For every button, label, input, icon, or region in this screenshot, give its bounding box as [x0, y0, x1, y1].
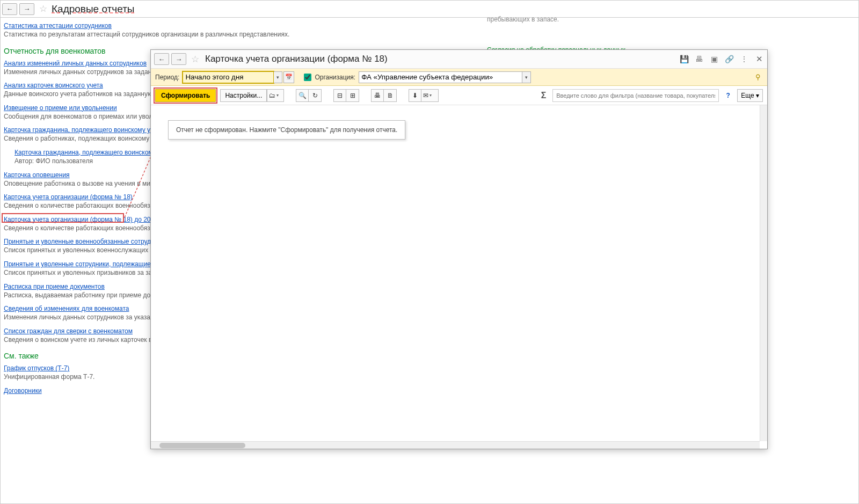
help-icon[interactable]: ?	[723, 89, 733, 102]
print-preview-icon[interactable]: 🗎	[384, 89, 397, 102]
dropdown-icon[interactable]: ▾	[274, 71, 282, 83]
report-desc: Статистика по результатам аттестаций сот…	[4, 31, 855, 39]
period-label: Период:	[155, 74, 179, 81]
toolbar: Сформировать Настройки... 🗂 🔍 ↻ ⊟ ⊞ 🖶 🗎 …	[151, 86, 767, 105]
filter-row: Период: ▾ 📅 Организация: ▾ ⚲	[151, 69, 767, 86]
more-button[interactable]: Еще ▾	[737, 89, 763, 102]
org-input[interactable]	[359, 71, 522, 83]
page-title: Кадровые отчеты	[52, 3, 135, 15]
report-link[interactable]: Карточка учета организации (форма № 18) …	[4, 216, 172, 223]
report-link[interactable]: Договорники	[4, 387, 42, 395]
kebab-icon[interactable]: ⋮	[739, 54, 749, 64]
period-input[interactable]	[183, 71, 274, 83]
refresh-icon[interactable]: ↻	[309, 89, 322, 102]
filter-icon[interactable]: ⚲	[753, 72, 763, 82]
print-icon[interactable]: 🖶	[371, 89, 384, 102]
info-message: Отчет не сформирован. Нажмите "Сформиров…	[168, 120, 405, 140]
link-icon[interactable]: 🔗	[724, 54, 734, 64]
report-link-highlighted[interactable]: Карточка учета организации (форма № 18)	[4, 193, 133, 201]
generate-button[interactable]: Сформировать	[155, 89, 216, 102]
print-icon[interactable]: 🖶	[694, 54, 704, 64]
report-window: ← → ☆ Карточка учета организации (форма …	[150, 49, 768, 449]
dropdown-icon[interactable]: ▾	[522, 71, 531, 83]
forward-button[interactable]: →	[171, 53, 186, 65]
sigma-icon[interactable]: Σ	[539, 91, 549, 100]
report-area: Отчет не сформирован. Нажмите "Сформиров…	[151, 105, 767, 449]
org-checkbox[interactable]	[304, 74, 311, 81]
save-icon[interactable]: ⬇	[409, 89, 421, 102]
report-link[interactable]: График отпусков (Т-7)	[4, 364, 69, 372]
new-window-icon[interactable]: ▣	[709, 54, 719, 64]
report-link[interactable]: Статистика аттестации сотрудников	[4, 22, 112, 30]
report-link[interactable]: Извещение о приеме или увольнении	[4, 104, 117, 112]
report-link[interactable]: Список граждан для сверки с военкоматом	[4, 327, 133, 335]
window-header: ← → ☆ Карточка учета организации (форма …	[151, 50, 767, 69]
report-link[interactable]: Принятые и уволенные военнообязанные сот…	[4, 238, 164, 245]
scrollbar-vertical[interactable]	[760, 105, 767, 441]
collapse-icon[interactable]: ⊞	[346, 89, 359, 102]
search-icon[interactable]: 🔍	[296, 89, 309, 102]
org-label: Организация:	[315, 74, 355, 81]
report-link[interactable]: Анализ карточек воинского учета	[4, 82, 103, 89]
back-button[interactable]: ←	[2, 3, 17, 15]
settings-button[interactable]: Настройки...	[220, 89, 267, 102]
expand-icon[interactable]: ⊟	[333, 89, 346, 102]
variants-dropdown-icon[interactable]: 🗂	[267, 89, 284, 102]
forward-button[interactable]: →	[19, 3, 34, 15]
filter-text-input[interactable]	[552, 89, 719, 102]
report-link[interactable]: Карточка оповещения	[4, 171, 70, 179]
calendar-icon[interactable]: 📅	[283, 71, 294, 83]
window-title: Карточка учета организации (форма № 18)	[205, 54, 674, 64]
report-link[interactable]: Расписка при приеме документов	[4, 283, 105, 290]
star-icon[interactable]: ☆	[38, 4, 48, 14]
bg-header: ← → ☆ Кадровые отчеты	[1, 1, 858, 18]
cutoff-text: пребывающих в запасе.	[487, 16, 559, 23]
close-button[interactable]: ✕	[756, 54, 763, 64]
save-icon[interactable]: 💾	[679, 54, 689, 64]
star-icon[interactable]: ☆	[190, 54, 200, 64]
back-button[interactable]: ←	[154, 53, 169, 65]
email-dropdown-icon[interactable]: ✉	[421, 89, 439, 102]
report-link[interactable]: Анализ изменений личных данных сотрудник…	[4, 60, 147, 67]
report-link[interactable]: Сведения об изменениях для военкомата	[4, 305, 129, 312]
scrollbar-horizontal[interactable]	[151, 441, 760, 449]
